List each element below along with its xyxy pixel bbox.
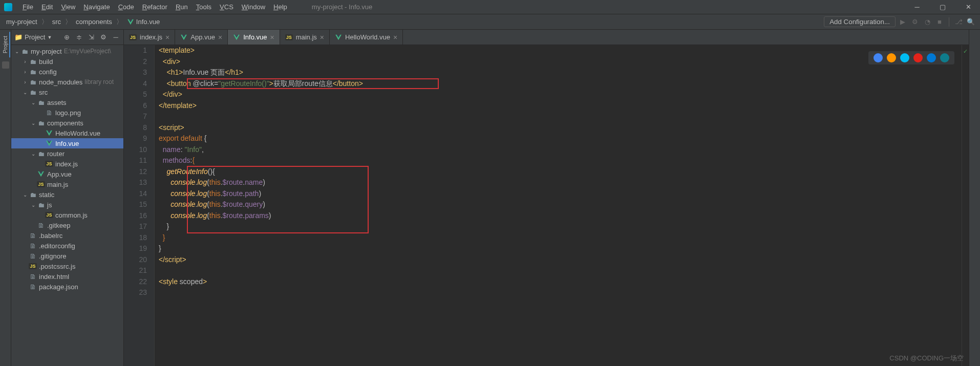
tree-item[interactable]: Info.vue	[11, 138, 123, 148]
close-tab-icon[interactable]: ×	[320, 33, 324, 41]
tree-arrow-icon[interactable]: ⌄	[13, 49, 20, 54]
menu-edit[interactable]: Edit	[37, 2, 57, 12]
code-line[interactable]: console.log(this.$route.name)	[159, 177, 969, 188]
locate-icon[interactable]: ⊕	[62, 33, 71, 42]
close-tab-icon[interactable]: ×	[218, 33, 222, 41]
tree-item[interactable]: JSmain.js	[11, 179, 123, 189]
code-line[interactable]: </template>	[159, 100, 969, 112]
expand-icon[interactable]: ≑	[74, 33, 83, 42]
collapse-icon[interactable]: ⇲	[87, 33, 96, 42]
tree-item[interactable]: ›🖿node_moduleslibrary root	[11, 77, 123, 87]
browser-icon[interactable]	[940, 53, 949, 62]
tree-arrow-icon[interactable]: ⌄	[30, 202, 37, 208]
tree-item[interactable]: 🗎package.json	[11, 282, 123, 292]
minimize-button[interactable]: ─	[909, 3, 925, 11]
code-line[interactable]: <button @click="getRouteInfo()">获取局部rout…	[159, 78, 969, 90]
hide-icon[interactable]: ─	[111, 33, 120, 42]
close-button[interactable]: ✕	[961, 3, 976, 11]
code-line[interactable]: methods:{	[159, 155, 969, 166]
menu-refactor[interactable]: Refactor	[138, 2, 172, 12]
code-line[interactable]: <script>	[159, 122, 969, 134]
code-line[interactable]: </div>	[159, 89, 969, 100]
tree-item[interactable]: HelloWorld.vue	[11, 128, 123, 138]
tree-item[interactable]: 🗎logo.png	[11, 107, 123, 118]
run-icon[interactable]: ▶	[898, 17, 908, 27]
code-line[interactable]: getRouteInfo(){	[159, 166, 969, 178]
tree-arrow-icon[interactable]: ⌄	[30, 100, 37, 105]
menu-window[interactable]: Window	[238, 2, 269, 12]
tree-item[interactable]: 🗎.editorconfig	[11, 241, 123, 251]
code-line[interactable]: }	[159, 221, 969, 232]
tree-item[interactable]: 🗎.babelrc	[11, 230, 123, 241]
breadcrumb-item[interactable]: src	[50, 17, 63, 27]
stop-icon[interactable]: ■	[934, 17, 945, 27]
tree-arrow-icon[interactable]: ›	[22, 59, 29, 64]
code-line[interactable]: console.log(this.$route.params)	[159, 210, 969, 222]
editor-tab[interactable]: HelloWorld.vue×	[330, 30, 403, 45]
code-line[interactable]: console.log(this.$route.path)	[159, 188, 969, 200]
code-line[interactable]: </script>	[159, 254, 969, 266]
code-line[interactable]	[159, 265, 969, 276]
gear-icon[interactable]: ⚙	[99, 33, 108, 42]
tree-item[interactable]: ›🖿config	[11, 67, 123, 77]
code-line[interactable]: console.log(this.$route.query)	[159, 199, 969, 210]
breadcrumb-item[interactable]: Info.vue	[125, 17, 162, 27]
menu-code[interactable]: Code	[114, 2, 138, 12]
menu-vcs[interactable]: VCS	[216, 2, 238, 12]
code-line[interactable]: <template>	[159, 45, 969, 56]
tree-arrow-icon[interactable]: ›	[22, 69, 29, 75]
coverage-icon[interactable]: ◔	[922, 17, 932, 27]
chevron-down-icon[interactable]: ▼	[47, 35, 52, 40]
tree-item[interactable]: ⌄🖿src	[11, 87, 123, 97]
tree-item[interactable]: ⌄🖿my-projectE:\myVueProject\	[11, 46, 123, 56]
project-tree[interactable]: ⌄🖿my-projectE:\myVueProject\›🖿build›🖿con…	[11, 45, 123, 366]
tree-item[interactable]: JScommon.js	[11, 210, 123, 220]
code-line[interactable]: <h1>Info.vue 页面</h1>	[159, 67, 969, 78]
code-editor[interactable]: 1234567891011121314151617181920212223 <t…	[124, 45, 969, 366]
tree-item[interactable]: ⌄🖿components	[11, 118, 123, 128]
browser-icon[interactable]	[874, 53, 883, 62]
code-line[interactable]: name: "Info",	[159, 144, 969, 156]
code-line[interactable]: }	[159, 243, 969, 254]
menu-run[interactable]: Run	[172, 2, 192, 12]
tree-item[interactable]: 🗎.gitkeep	[11, 220, 123, 230]
tree-arrow-icon[interactable]: ›	[22, 79, 29, 85]
project-tool-tab[interactable]: Project	[1, 32, 10, 57]
tree-item[interactable]: JS.postcssrc.js	[11, 261, 123, 271]
browser-icon[interactable]	[927, 53, 936, 62]
tree-arrow-icon[interactable]: ⌄	[30, 120, 37, 126]
editor-tab[interactable]: App.vue×	[175, 30, 228, 45]
tree-item[interactable]: JSindex.js	[11, 159, 123, 169]
menu-tools[interactable]: Tools	[192, 2, 216, 12]
debug-icon[interactable]: ⚙	[910, 17, 920, 27]
tree-item[interactable]: App.vue	[11, 169, 123, 179]
add-configuration-button[interactable]: Add Configuration...	[824, 16, 896, 27]
tree-item[interactable]: ⌄🖿js	[11, 200, 123, 210]
tree-item[interactable]: ⌄🖿router	[11, 148, 123, 159]
menu-file[interactable]: File	[18, 2, 37, 12]
close-tab-icon[interactable]: ×	[393, 33, 397, 41]
browser-icon[interactable]	[887, 53, 896, 62]
structure-tool-icon[interactable]	[2, 61, 9, 69]
tree-item[interactable]: ›🖿build	[11, 56, 123, 67]
tree-item[interactable]: ⌄🖿assets	[11, 97, 123, 107]
editor-tab[interactable]: JSindex.js×	[124, 30, 175, 45]
code-line[interactable]: }	[159, 232, 969, 244]
close-tab-icon[interactable]: ×	[270, 33, 274, 41]
code-line[interactable]: <style scoped>	[159, 276, 969, 288]
search-icon[interactable]: 🔍	[966, 17, 976, 27]
tree-item[interactable]: 🗎index.html	[11, 271, 123, 282]
tree-arrow-icon[interactable]: ⌄	[22, 192, 29, 198]
code-line[interactable]	[159, 287, 969, 298]
tree-arrow-icon[interactable]: ⌄	[22, 90, 29, 95]
maximize-button[interactable]: ▢	[935, 3, 950, 11]
menu-help[interactable]: Help	[269, 2, 291, 12]
close-tab-icon[interactable]: ×	[165, 33, 169, 41]
editor-tab[interactable]: Info.vue×	[228, 30, 280, 45]
git-icon[interactable]: ⎇	[953, 17, 964, 27]
tree-arrow-icon[interactable]: ⌄	[30, 151, 37, 157]
code-content[interactable]: <template> <div> <h1>Info.vue 页面</h1> <b…	[155, 45, 969, 366]
tree-item[interactable]: 🗎.gitignore	[11, 251, 123, 261]
code-line[interactable]	[159, 111, 969, 122]
tree-item[interactable]: ⌄🖿static	[11, 189, 123, 200]
